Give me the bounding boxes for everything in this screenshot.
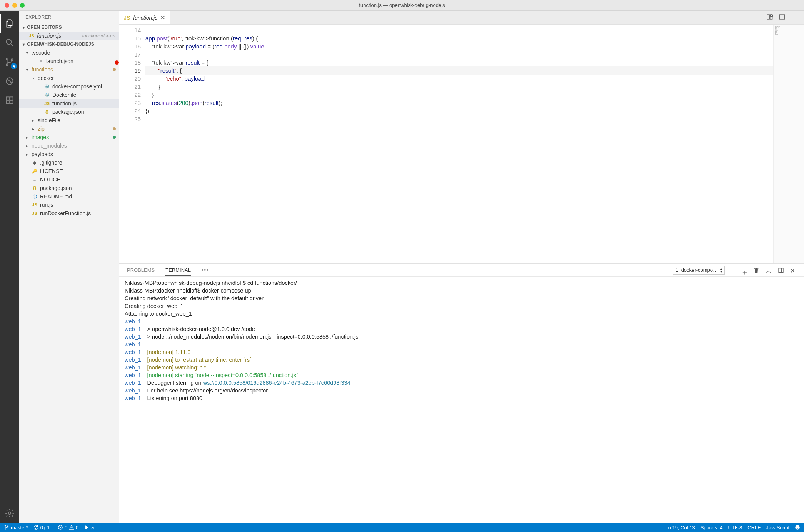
split-editor-button[interactable] xyxy=(779,13,786,22)
code-content[interactable]: app.post('/run', "tok-kw">function (req,… xyxy=(145,25,773,263)
tree-item[interactable]: ◈.gitignore xyxy=(19,158,119,167)
terminal-line: web_1 | Debugger listening on ws://0.0.0… xyxy=(125,379,799,387)
svg-rect-8 xyxy=(10,101,13,104)
main-area: 4 EXPLORER ▾ OPEN EDITORS JSfunction.jsf… xyxy=(0,11,804,523)
code-line[interactable]: } xyxy=(145,91,773,99)
code-line[interactable]: app.post('/run', "tok-kw">function (req,… xyxy=(145,34,773,42)
status-problems[interactable]: 0 0 xyxy=(58,525,78,530)
close-tab-button[interactable]: ✕ xyxy=(160,14,165,21)
terminal-content[interactable]: Niklass-MBP:openwhisk-debug-nodejs nheid… xyxy=(119,277,804,523)
open-changes-button[interactable] xyxy=(766,13,773,22)
file-icon: 🐳 xyxy=(44,92,50,98)
more-actions-button[interactable]: ⋯ xyxy=(791,13,799,22)
status-eol[interactable]: CRLF xyxy=(747,525,761,530)
status-cursor[interactable]: Ln 19, Col 13 xyxy=(665,525,695,530)
activity-scm[interactable]: 4 xyxy=(0,52,19,71)
tree-item-label: .vscode xyxy=(32,50,116,56)
tree-item[interactable]: ≡launch.json xyxy=(19,57,119,65)
tree-item[interactable]: JSrunDockerFunction.js xyxy=(19,209,119,218)
twisty-icon: ▸ xyxy=(25,135,29,140)
tree-item[interactable]: ▸singleFile xyxy=(19,116,119,125)
tree-item[interactable]: JSfunction.js xyxy=(19,99,119,108)
line-number[interactable]: 16 xyxy=(119,42,141,50)
tree-item[interactable]: ▾functions xyxy=(19,65,119,74)
code-line[interactable] xyxy=(145,26,773,34)
close-window-button[interactable] xyxy=(5,3,9,8)
open-editor-item[interactable]: JSfunction.jsfunctions/docker xyxy=(19,32,119,40)
code-line[interactable]: "tok-kw">var payload = (req.body || {}).… xyxy=(145,42,773,50)
minimap[interactable]: ██ ████ ███ ███ ███ █████████ ██████████… xyxy=(773,25,804,263)
tree-item[interactable]: ▸images xyxy=(19,133,119,141)
line-number[interactable]: 17 xyxy=(119,50,141,58)
code-line[interactable]: res.status(200).json(result); xyxy=(145,99,773,107)
line-number[interactable]: 19 xyxy=(119,66,141,75)
zoom-window-button[interactable] xyxy=(20,3,25,8)
line-number[interactable]: 23 xyxy=(119,99,141,107)
code-line[interactable]: "tok-kw">var result = { xyxy=(145,58,773,66)
tree-item[interactable]: ≡NOTICE xyxy=(19,175,119,184)
activity-extensions[interactable] xyxy=(0,91,19,110)
tree-item[interactable]: ▸payloads xyxy=(19,150,119,158)
open-editors-header[interactable]: ▾ OPEN EDITORS xyxy=(19,23,119,32)
tree-item-label: images xyxy=(32,134,110,140)
tab-function-js[interactable]: JS function.js ✕ xyxy=(119,11,170,24)
panel-tab-terminal[interactable]: TERMINAL xyxy=(165,265,191,276)
tree-item[interactable]: JSrun.js xyxy=(19,201,119,209)
tree-item[interactable]: ▾.vscode xyxy=(19,48,119,57)
maximize-panel-button[interactable]: ︿ xyxy=(766,267,772,273)
activity-explorer[interactable] xyxy=(0,14,19,33)
status-encoding[interactable]: UTF-8 xyxy=(728,525,742,530)
code-line[interactable] xyxy=(145,50,773,58)
tree-item[interactable]: {}package.json xyxy=(19,108,119,116)
code-line[interactable]: } xyxy=(145,83,773,91)
activity-settings[interactable] xyxy=(0,504,19,523)
tree-item[interactable]: ⓘREADME.md xyxy=(19,192,119,201)
twisty-icon: ▸ xyxy=(31,118,35,123)
code-line[interactable]: "echo": payload xyxy=(145,75,773,83)
close-panel-button[interactable]: ✕ xyxy=(790,267,796,273)
tree-item-label: singleFile xyxy=(38,117,116,123)
status-indent[interactable]: Spaces: 4 xyxy=(701,525,723,530)
panel-tab-problems[interactable]: PROBLEMS xyxy=(127,265,155,275)
code-line[interactable]: "result": { xyxy=(145,66,773,75)
code-editor[interactable]: 141516171819202122232425 app.post('/run'… xyxy=(119,25,804,264)
activity-search[interactable] xyxy=(0,33,19,52)
terminal-line: web_1 | > openwhisk-docker-node@1.0.0 de… xyxy=(125,325,799,333)
chevron-down-icon: ▾ xyxy=(22,25,25,30)
line-number[interactable]: 15 xyxy=(119,34,141,42)
status-launch-config[interactable]: zip xyxy=(84,525,97,530)
terminal-line: Attaching to docker_web_1 xyxy=(125,310,799,318)
kill-terminal-button[interactable] xyxy=(753,267,759,273)
status-branch[interactable]: master* xyxy=(4,525,28,530)
panel-tab-more[interactable]: ••• xyxy=(202,265,209,275)
tree-item[interactable]: ▸node_modules xyxy=(19,141,119,150)
svg-point-2 xyxy=(6,64,8,66)
breakpoint-icon[interactable] xyxy=(115,60,119,65)
activity-debug[interactable] xyxy=(0,71,19,91)
tree-item[interactable]: 🔑LICENSE xyxy=(19,167,119,175)
tree-item[interactable]: 🐳docker-compose.yml xyxy=(19,82,119,91)
code-line[interactable]: }); xyxy=(145,107,773,115)
line-number[interactable]: 20 xyxy=(119,75,141,83)
tree-item[interactable]: ▾docker xyxy=(19,74,119,82)
status-sync[interactable]: 0↓ 1↑ xyxy=(33,525,52,530)
tree-item[interactable]: ▸zip xyxy=(19,125,119,133)
tree-item[interactable]: 🐳Dockerfile xyxy=(19,91,119,99)
line-number[interactable]: 18 xyxy=(119,58,141,66)
code-line[interactable] xyxy=(145,115,773,123)
line-number[interactable]: 22 xyxy=(119,91,141,99)
minimize-window-button[interactable] xyxy=(12,3,17,8)
status-feedback[interactable] xyxy=(795,525,800,530)
terminal-picker[interactable]: 1: docker-compo… ▴▾ xyxy=(673,266,725,275)
workspace-header[interactable]: ▾ OPENWHISK-DEBUG-NODEJS xyxy=(19,40,119,48)
line-number[interactable]: 25 xyxy=(119,115,141,123)
line-number[interactable]: 14 xyxy=(119,26,141,34)
new-terminal-button[interactable]: ＋ xyxy=(741,267,747,273)
status-language[interactable]: JavaScript xyxy=(766,525,789,530)
svg-point-19 xyxy=(795,525,800,530)
twisty-icon: ▾ xyxy=(31,76,35,80)
tree-item[interactable]: {}package.json xyxy=(19,184,119,192)
split-terminal-button[interactable] xyxy=(778,267,784,273)
line-number[interactable]: 21 xyxy=(119,83,141,91)
line-number[interactable]: 24 xyxy=(119,107,141,115)
